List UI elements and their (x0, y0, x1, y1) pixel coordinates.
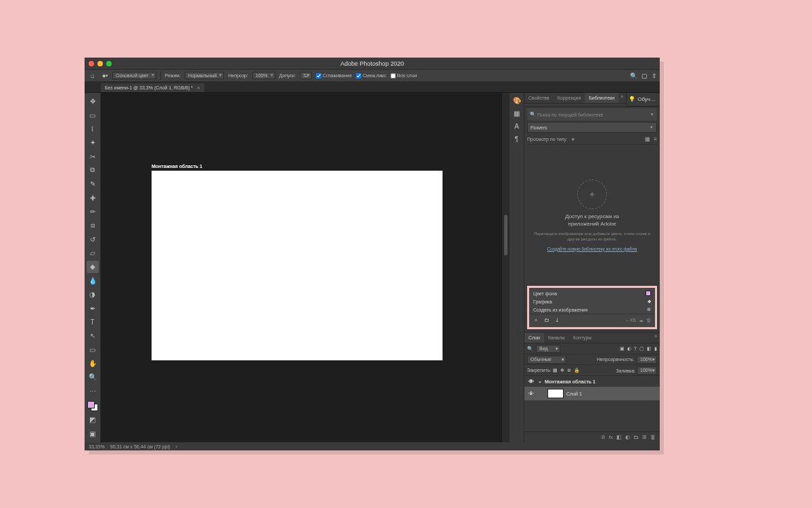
panel-menu-icon[interactable]: ≡ (621, 94, 623, 99)
crop-tool[interactable]: ✂ (87, 150, 99, 162)
delete-layer-icon[interactable]: 🗑 (650, 434, 656, 440)
blend-mode-dropdown[interactable]: Обычные (527, 356, 566, 364)
tab-channels[interactable]: Каналы (544, 333, 569, 343)
filter-kind-dropdown[interactable]: Вид (536, 345, 560, 353)
lasso-tool[interactable]: ⌇ (87, 123, 99, 135)
bg-color-row[interactable]: Цвет фона (529, 289, 655, 297)
contiguous-checkbox[interactable] (356, 73, 361, 79)
search-icon[interactable]: 🔍 (630, 72, 637, 79)
mask-icon[interactable]: ◧ (616, 434, 622, 440)
library-create-link[interactable]: Создайте новую библиотеку из этого файла (547, 247, 637, 251)
screenmode-tool[interactable]: ▣ (87, 428, 99, 440)
grid-view-icon[interactable]: ▦ (645, 136, 650, 142)
scroll-thumb[interactable] (504, 215, 508, 255)
chevron-down-icon[interactable]: ⌄ (538, 379, 542, 384)
link-layers-icon[interactable]: ⊘ (601, 434, 606, 440)
list-view-icon[interactable]: ≡ (654, 136, 657, 142)
artboard[interactable] (152, 171, 443, 360)
move-tool[interactable]: ✥ (87, 96, 99, 107)
antialias-checkbox[interactable] (316, 73, 321, 79)
visibility-icon[interactable]: 👁 (527, 391, 535, 397)
type-tool[interactable]: T (87, 316, 99, 328)
tab-properties[interactable]: Свойства (524, 93, 554, 103)
close-tab-icon[interactable]: × (197, 85, 200, 91)
foreground-dropdown[interactable]: Основной цвет (112, 72, 156, 79)
foreground-swatch[interactable] (87, 401, 95, 408)
document-tab[interactable]: Без имени-1 @ 33,3% (Слой 1, RGB/8) * × (101, 83, 204, 92)
add-icon[interactable]: ＋ (533, 317, 539, 323)
rail-char-icon[interactable]: A (514, 123, 519, 130)
eraser-tool[interactable]: ▱ (87, 247, 99, 259)
library-search[interactable]: 🔍 Поиск по текущей библиотеке (527, 108, 657, 121)
trash-icon[interactable]: 🗑 (646, 318, 651, 322)
filter-image-icon[interactable]: ▣ (620, 346, 625, 352)
adjustment-icon[interactable]: ◐ (625, 434, 630, 440)
color-swatches[interactable] (87, 400, 99, 412)
frame-tool[interactable]: ⧉ (87, 165, 99, 176)
lock-artboard-icon[interactable]: ⊕ (567, 368, 571, 373)
upload-icon[interactable]: ⤓ (555, 317, 560, 323)
more-tools[interactable]: ⋯ (87, 385, 99, 397)
mode-dropdown[interactable]: Нормальный (185, 72, 224, 79)
pen-tool[interactable]: ✒ (87, 302, 99, 314)
bucket-tool[interactable]: ◆ (87, 261, 99, 272)
visibility-icon[interactable]: 👁 (527, 379, 535, 385)
workspace-icon[interactable]: ▢ (641, 72, 648, 79)
zoom-dot[interactable] (106, 61, 112, 66)
marquee-tool[interactable]: ▭ (87, 109, 99, 121)
tool-preset-icon[interactable]: ◆▾ (102, 73, 108, 79)
eyedropper-tool[interactable]: ✎ (87, 178, 99, 190)
shape-tool[interactable]: ▭ (87, 343, 99, 355)
filter-adjust-icon[interactable]: ◐ (627, 346, 631, 352)
create-from-image-row[interactable]: Создать из изображения ⊕ (529, 305, 655, 314)
tab-libraries[interactable]: Библиотеки (585, 93, 618, 103)
rail-color-icon[interactable]: 🎨 (513, 97, 521, 104)
filter-toggle[interactable]: ▮ (654, 346, 657, 352)
filter-type-icon[interactable]: T (634, 346, 637, 351)
lock-all-icon[interactable]: 🔒 (574, 368, 580, 373)
cloud-icon[interactable]: ☁ (639, 318, 644, 323)
close-dot[interactable] (89, 61, 94, 66)
share-icon[interactable]: ⇪ (652, 72, 657, 79)
healing-tool[interactable]: ✚ (87, 192, 99, 204)
canvas-area[interactable]: Монтажная область 1 (101, 93, 510, 442)
new-folder-icon[interactable]: 🗀 (544, 317, 549, 323)
lock-pixels-icon[interactable]: ▦ (553, 368, 558, 373)
layer-opacity-input[interactable]: 100% (637, 356, 657, 364)
tab-adjustments[interactable]: Коррекция (554, 93, 585, 103)
hand-tool[interactable]: ✋ (87, 358, 99, 369)
status-zoom[interactable]: 33,33% (89, 444, 105, 449)
status-chevron-icon[interactable]: › (175, 444, 177, 449)
tolerance-input[interactable]: 32 (300, 72, 312, 79)
fill-input[interactable]: 100% (637, 366, 657, 375)
layers-artboard-header[interactable]: 👁 ⌄ Монтажная область 1 (524, 376, 660, 387)
quickmask-tool[interactable]: ◩ (87, 414, 99, 425)
graphic-row[interactable]: Графика ◆ (529, 297, 655, 305)
filter-search-icon[interactable]: 🔍 (527, 346, 533, 352)
filter-smart-icon[interactable]: ◧ (647, 346, 652, 352)
vertical-scrollbar[interactable] (502, 93, 509, 442)
add-circle-icon[interactable]: ＋ (577, 179, 607, 209)
history-brush-tool[interactable]: ↺ (87, 234, 99, 245)
lock-position-icon[interactable]: ✥ (560, 368, 564, 373)
stamp-tool[interactable]: ⧇ (87, 219, 99, 231)
blur-tool[interactable]: 💧 (87, 275, 99, 287)
filter-shape-icon[interactable]: ▢ (639, 346, 644, 352)
learn-section[interactable]: 💡 Обуч… (626, 93, 660, 106)
zoom-tool[interactable]: 🔍 (87, 371, 99, 383)
alllayers-checkbox[interactable] (390, 73, 396, 79)
brush-tool[interactable]: ✏ (87, 206, 99, 217)
viewby-dropdown[interactable]: Просмотр по типу (527, 137, 574, 142)
status-docinfo[interactable]: 90,31 см x 56,44 см (72 ppi) (110, 444, 171, 449)
wand-tool[interactable]: ✦ (87, 137, 99, 148)
tab-layers[interactable]: Слои (524, 333, 544, 343)
tab-paths[interactable]: Контуры (569, 333, 595, 343)
dodge-tool[interactable]: ◑ (87, 289, 99, 300)
rail-swatches-icon[interactable]: ▦ (514, 110, 520, 117)
library-select[interactable]: Flowers (527, 122, 657, 133)
group-icon[interactable]: 🗀 (633, 434, 639, 440)
home-icon[interactable]: ⌂ (87, 72, 98, 79)
opacity-input[interactable]: 100% (252, 72, 275, 79)
layers-menu-icon[interactable]: ≡ (654, 334, 657, 339)
new-layer-icon[interactable]: ⊞ (642, 434, 647, 440)
